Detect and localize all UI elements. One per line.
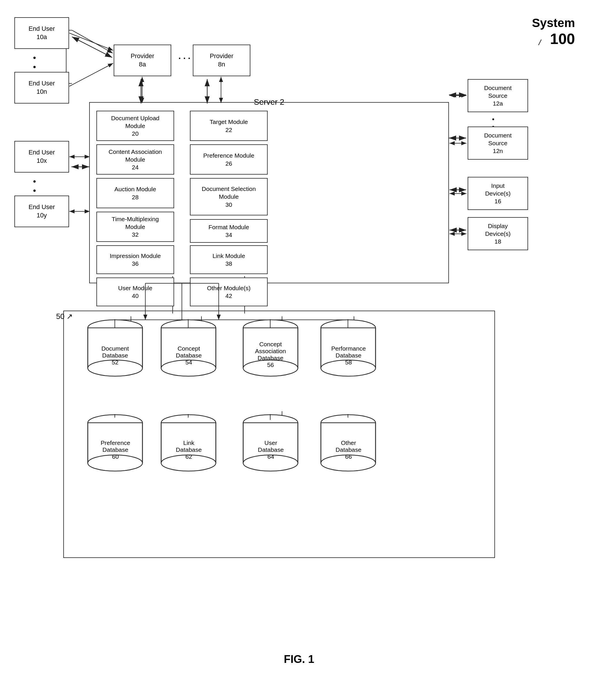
- svg-line-4: [72, 37, 112, 57]
- db-user-label: User Database 64: [244, 440, 297, 460]
- end-user-10n: End User 10n: [15, 72, 69, 103]
- module-impression: Impression Module 36: [96, 245, 174, 274]
- db-preference-label: Preference Database 60: [89, 440, 142, 460]
- fig-label: FIG. 1: [284, 653, 314, 666]
- display-devices: Display Device(s) 18: [468, 217, 528, 250]
- module-format: Format Module 34: [190, 219, 268, 243]
- module-auction: Auction Module 28: [96, 178, 174, 208]
- module-preference: Preference Module 26: [190, 144, 268, 175]
- provider-8n: Provider 8n: [193, 45, 250, 76]
- input-devices: Input Device(s) 16: [468, 177, 528, 210]
- svg-line-66: [69, 63, 113, 86]
- module-target: Target Module 22: [190, 111, 268, 141]
- end-user-10x: End User 10x: [15, 141, 69, 173]
- module-link: Link Module 38: [190, 245, 268, 274]
- module-other: Other Module(s) 42: [190, 277, 268, 306]
- provider-dots: . . .: [178, 51, 191, 61]
- db-concept-label: Concept Database 54: [162, 345, 216, 366]
- document-source-12a: Document Source 12a: [468, 79, 528, 112]
- document-source-12n: Document Source 12n: [468, 127, 528, 159]
- svg-line-65: [69, 33, 113, 50]
- module-document-selection: Document Selection Module 30: [190, 178, 268, 216]
- svg-line-8: [72, 30, 113, 53]
- db-document-label: Document Database 52: [89, 345, 141, 366]
- end-user-10a: End User 10a: [15, 17, 69, 49]
- provider-8a: Provider 8a: [114, 45, 171, 76]
- system-label: System ╱100: [532, 15, 575, 47]
- module-document-upload: Document Upload Module 20: [96, 111, 174, 141]
- module-time-multiplexing: Time-Multiplexing Module 32: [96, 212, 174, 242]
- module-user: User Module 40: [96, 277, 174, 306]
- db-performance-label: Performance Database 58: [322, 345, 375, 366]
- end-user-10y: End User 10y: [15, 196, 69, 227]
- database-group-label: 50 ↗: [56, 312, 73, 321]
- db-link-label: Link Database 62: [162, 440, 216, 460]
- db-other-label: Other Database 66: [322, 440, 375, 460]
- db-concept-assoc-label: Concept Association Database 56: [242, 341, 299, 368]
- diagram: System ╱100 End User 10a ••• End User 10…: [0, 0, 598, 700]
- module-content-association: Content Association Module 24: [96, 144, 174, 175]
